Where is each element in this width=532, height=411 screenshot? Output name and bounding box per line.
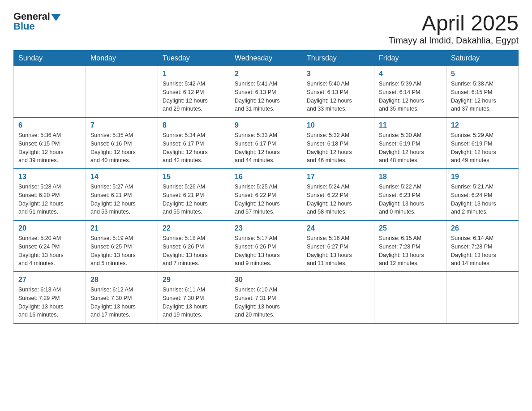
calendar-cell: 21Sunrise: 5:19 AM Sunset: 6:25 PM Dayli… <box>86 220 158 272</box>
day-info: Sunrise: 5:21 AM Sunset: 6:24 PM Dayligh… <box>451 183 514 216</box>
calendar-cell: 4Sunrise: 5:39 AM Sunset: 6:14 PM Daylig… <box>374 66 446 118</box>
calendar-cell: 2Sunrise: 5:41 AM Sunset: 6:13 PM Daylig… <box>230 66 302 118</box>
day-info: Sunrise: 5:40 AM Sunset: 6:13 PM Dayligh… <box>307 80 369 113</box>
day-info: Sunrise: 5:17 AM Sunset: 6:26 PM Dayligh… <box>235 234 297 268</box>
day-info: Sunrise: 5:28 AM Sunset: 6:20 PM Dayligh… <box>18 183 81 216</box>
day-info: Sunrise: 5:16 AM Sunset: 6:27 PM Dayligh… <box>307 234 369 268</box>
day-number: 15 <box>163 173 225 181</box>
calendar-week-row: 13Sunrise: 5:28 AM Sunset: 6:20 PM Dayli… <box>14 169 519 220</box>
calendar-cell: 23Sunrise: 5:17 AM Sunset: 6:26 PM Dayli… <box>230 220 302 272</box>
day-info: Sunrise: 5:27 AM Sunset: 6:21 PM Dayligh… <box>90 183 153 216</box>
day-number: 9 <box>235 121 297 129</box>
day-number: 24 <box>307 224 369 232</box>
calendar-week-row: 1Sunrise: 5:42 AM Sunset: 6:12 PM Daylig… <box>14 66 519 118</box>
calendar-cell: 10Sunrise: 5:32 AM Sunset: 6:18 PM Dayli… <box>302 117 374 169</box>
day-number: 5 <box>451 70 514 78</box>
page-header: General Blue April 2025 Timayy al Imdid,… <box>13 11 519 46</box>
day-info: Sunrise: 5:42 AM Sunset: 6:12 PM Dayligh… <box>163 80 225 113</box>
calendar-cell: 13Sunrise: 5:28 AM Sunset: 6:20 PM Dayli… <box>14 169 86 220</box>
day-info: Sunrise: 6:14 AM Sunset: 7:28 PM Dayligh… <box>451 234 514 268</box>
calendar-cell: 19Sunrise: 5:21 AM Sunset: 6:24 PM Dayli… <box>446 169 519 220</box>
day-header-friday: Friday <box>374 51 446 66</box>
day-info: Sunrise: 5:26 AM Sunset: 6:21 PM Dayligh… <box>163 183 225 216</box>
day-info: Sunrise: 6:11 AM Sunset: 7:30 PM Dayligh… <box>163 286 225 319</box>
calendar-cell: 16Sunrise: 5:25 AM Sunset: 6:22 PM Dayli… <box>230 169 302 220</box>
calendar-cell: 24Sunrise: 5:16 AM Sunset: 6:27 PM Dayli… <box>302 220 374 272</box>
day-number: 20 <box>18 224 81 232</box>
calendar-cell: 1Sunrise: 5:42 AM Sunset: 6:12 PM Daylig… <box>158 66 230 118</box>
day-number: 14 <box>90 173 153 181</box>
calendar-cell: 6Sunrise: 5:36 AM Sunset: 6:15 PM Daylig… <box>14 117 86 169</box>
day-info: Sunrise: 5:38 AM Sunset: 6:15 PM Dayligh… <box>451 80 514 113</box>
day-info: Sunrise: 5:35 AM Sunset: 6:16 PM Dayligh… <box>90 131 153 165</box>
calendar-cell: 26Sunrise: 6:14 AM Sunset: 7:28 PM Dayli… <box>446 220 519 272</box>
calendar-cell: 12Sunrise: 5:29 AM Sunset: 6:19 PM Dayli… <box>446 117 519 169</box>
day-number: 4 <box>379 70 442 78</box>
calendar-cell: 17Sunrise: 5:24 AM Sunset: 6:22 PM Dayli… <box>302 169 374 220</box>
page-title: April 2025 <box>389 11 519 35</box>
day-info: Sunrise: 5:18 AM Sunset: 6:26 PM Dayligh… <box>163 234 225 268</box>
day-number: 2 <box>235 70 297 78</box>
page-subtitle: Timayy al Imdid, Dakahlia, Egypt <box>389 35 519 46</box>
calendar-cell: 15Sunrise: 5:26 AM Sunset: 6:21 PM Dayli… <box>158 169 230 220</box>
day-header-saturday: Saturday <box>446 51 519 66</box>
calendar-cell: 5Sunrise: 5:38 AM Sunset: 6:15 PM Daylig… <box>446 66 519 118</box>
day-info: Sunrise: 5:34 AM Sunset: 6:17 PM Dayligh… <box>163 131 225 165</box>
calendar-cell: 27Sunrise: 6:13 AM Sunset: 7:29 PM Dayli… <box>14 272 86 323</box>
day-info: Sunrise: 5:29 AM Sunset: 6:19 PM Dayligh… <box>451 131 514 165</box>
day-number: 10 <box>307 121 369 129</box>
calendar-cell: 22Sunrise: 5:18 AM Sunset: 6:26 PM Dayli… <box>158 220 230 272</box>
calendar-cell: 7Sunrise: 5:35 AM Sunset: 6:16 PM Daylig… <box>86 117 158 169</box>
day-info: Sunrise: 6:15 AM Sunset: 7:28 PM Dayligh… <box>379 234 442 268</box>
day-info: Sunrise: 5:22 AM Sunset: 6:23 PM Dayligh… <box>379 183 442 216</box>
day-info: Sunrise: 6:12 AM Sunset: 7:30 PM Dayligh… <box>90 286 153 319</box>
calendar-week-row: 27Sunrise: 6:13 AM Sunset: 7:29 PM Dayli… <box>14 272 519 323</box>
calendar-week-row: 6Sunrise: 5:36 AM Sunset: 6:15 PM Daylig… <box>14 117 519 169</box>
calendar-cell: 25Sunrise: 6:15 AM Sunset: 7:28 PM Dayli… <box>374 220 446 272</box>
day-number: 18 <box>379 173 442 181</box>
day-number: 30 <box>235 276 297 284</box>
day-number: 16 <box>235 173 297 181</box>
day-info: Sunrise: 5:33 AM Sunset: 6:17 PM Dayligh… <box>235 131 297 165</box>
logo-blue-text: Blue <box>13 21 35 32</box>
day-number: 8 <box>163 121 225 129</box>
day-info: Sunrise: 5:24 AM Sunset: 6:22 PM Dayligh… <box>307 183 369 216</box>
logo: General Blue <box>13 11 61 32</box>
calendar-cell <box>446 272 519 323</box>
day-info: Sunrise: 5:25 AM Sunset: 6:22 PM Dayligh… <box>235 183 297 216</box>
day-info: Sunrise: 5:36 AM Sunset: 6:15 PM Dayligh… <box>18 131 81 165</box>
calendar-cell: 30Sunrise: 6:10 AM Sunset: 7:31 PM Dayli… <box>230 272 302 323</box>
calendar-cell: 28Sunrise: 6:12 AM Sunset: 7:30 PM Dayli… <box>86 272 158 323</box>
day-header-monday: Monday <box>86 51 158 66</box>
logo-triangle-icon <box>51 12 61 22</box>
day-number: 23 <box>235 224 297 232</box>
day-header-sunday: Sunday <box>14 51 86 66</box>
calendar-header-row: SundayMondayTuesdayWednesdayThursdayFrid… <box>14 51 519 66</box>
calendar-cell <box>374 272 446 323</box>
day-number: 3 <box>307 70 369 78</box>
day-info: Sunrise: 5:20 AM Sunset: 6:24 PM Dayligh… <box>18 234 81 268</box>
day-info: Sunrise: 5:19 AM Sunset: 6:25 PM Dayligh… <box>90 234 153 268</box>
calendar-week-row: 20Sunrise: 5:20 AM Sunset: 6:24 PM Dayli… <box>14 220 519 272</box>
day-info: Sunrise: 6:10 AM Sunset: 7:31 PM Dayligh… <box>235 286 297 319</box>
day-number: 27 <box>18 276 81 284</box>
title-area: April 2025 Timayy al Imdid, Dakahlia, Eg… <box>389 11 519 46</box>
calendar-cell: 11Sunrise: 5:30 AM Sunset: 6:19 PM Dayli… <box>374 117 446 169</box>
day-number: 26 <box>451 224 514 232</box>
day-number: 7 <box>90 121 153 129</box>
calendar-cell <box>302 272 374 323</box>
day-info: Sunrise: 5:41 AM Sunset: 6:13 PM Dayligh… <box>235 80 297 113</box>
day-info: Sunrise: 6:13 AM Sunset: 7:29 PM Dayligh… <box>18 286 81 319</box>
day-number: 17 <box>307 173 369 181</box>
day-info: Sunrise: 5:39 AM Sunset: 6:14 PM Dayligh… <box>379 80 442 113</box>
day-number: 1 <box>163 70 225 78</box>
day-number: 12 <box>451 121 514 129</box>
calendar-table: SundayMondayTuesdayWednesdayThursdayFrid… <box>13 50 519 324</box>
calendar-cell: 18Sunrise: 5:22 AM Sunset: 6:23 PM Dayli… <box>374 169 446 220</box>
svg-marker-0 <box>51 14 61 21</box>
calendar-cell: 14Sunrise: 5:27 AM Sunset: 6:21 PM Dayli… <box>86 169 158 220</box>
calendar-cell: 8Sunrise: 5:34 AM Sunset: 6:17 PM Daylig… <box>158 117 230 169</box>
day-header-thursday: Thursday <box>302 51 374 66</box>
calendar-cell: 9Sunrise: 5:33 AM Sunset: 6:17 PM Daylig… <box>230 117 302 169</box>
calendar-cell: 20Sunrise: 5:20 AM Sunset: 6:24 PM Dayli… <box>14 220 86 272</box>
